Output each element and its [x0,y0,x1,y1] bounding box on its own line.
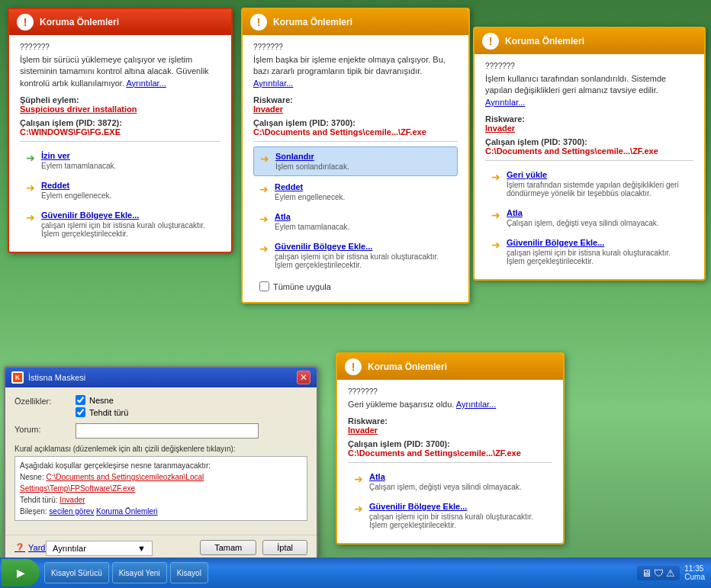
rule-bilesen-link[interactable]: secilen görev [49,507,94,516]
panel2-warning-icon: ! [250,14,267,31]
iptal-button[interactable]: İptal [262,540,307,555]
panel1-action-izin-desc: Eylem tamamlanacak. [41,162,116,170]
panel3-body: ??????? İşlem kullanıcı tarafından sonla… [475,54,704,279]
panel1-process-label: Çalışan işlem (PID: 3872): [20,118,220,127]
panel4-action-guvenilir-title[interactable]: Güvenilir Bölgeye Ekle... [369,502,546,511]
panel1-body: ??????? İşlem bir sürücü yüklemeye çalış… [9,35,231,252]
panel3-riskware-value[interactable]: Invader [485,124,693,133]
panel3-action-geri-title[interactable]: Geri yükle [507,170,687,179]
panel4-riskware-block: Riskware: Invader [348,416,552,435]
panel3-action-guvenilir-content: Güvenilir Bölgeye Ekle... çalışan işlemi… [507,238,687,265]
panel3-action-guvenilir[interactable]: ➜ Güvenilir Bölgeye Ekle... çalışan işle… [485,233,693,270]
taskbar-item-3-label: Kisayol [177,569,201,577]
panel2-details-link[interactable]: Ayrıntılar... [253,79,293,88]
panel1-action-guvenilir[interactable]: ➜ Güvenilir Bölgeye Ekle... çalışan işle… [20,206,220,243]
panel3-action-guvenilir-arrow: ➜ [491,239,500,251]
panel1-suspicious-label: Şüpheli eylem: [20,95,220,104]
panel4-process-value: C:\Documents and Settings\cemile...\ZF.e… [348,448,552,458]
panel1-action-reddet-title[interactable]: Reddet [41,181,111,190]
rule-nesne-link[interactable]: C:\Documents and Settings\cemileozkan\Lo… [20,473,204,493]
dialog-header-left: K İstisna Maskesi [11,371,85,384]
panel4-warning-icon: ! [345,358,362,375]
panel2-process-value: C:\Documents and Settings\cemile...\ZF.e… [253,127,458,137]
panel1-action-izin-content: İzin ver Eylem tamamlanacak. [41,151,116,170]
tray-icon-2: 🛡 [654,567,664,579]
panel1-action-reddet[interactable]: ➜ Reddet Eylem engellenecek. [20,176,220,204]
panel2-action-atla-title[interactable]: Atla [275,212,349,221]
panel2-action-reddet-title[interactable]: Reddet [275,182,345,191]
panel3-action-atla-title[interactable]: Atla [507,208,659,217]
panel2-checkbox-row[interactable]: Tümüne uygula [253,278,458,294]
panel4-action-atla-title[interactable]: Atla [369,472,522,481]
panel1-title: Koruma Önlemleri [40,17,119,27]
tehdit-turu-checkbox[interactable] [76,407,85,417]
panel2-action-atla[interactable]: ➜ Atla Eylem tamamlanacak. [253,207,458,236]
nesne-row[interactable]: Nesne [76,395,128,405]
panel4-action-guvenilir[interactable]: ➜ Güvenilir Bölgeye Ekle... çalışan işle… [348,497,552,534]
panel4-divider [348,462,552,463]
nesne-checkbox[interactable] [76,395,85,405]
panel1-suspicious-value[interactable]: Suspicious driver installation [20,104,220,114]
panel2-action-sonlandir-title[interactable]: Sonlandır [275,152,349,161]
panel4-details-link[interactable]: Ayrıntılar... [456,400,496,409]
panel3-details-link[interactable]: Ayrıntılar... [485,98,525,107]
panel3-action-geri-arrow: ➜ [491,171,500,183]
panel1-header: ! Koruma Önlemleri [9,9,231,35]
details-label: Ayrıntılar [53,544,86,553]
panel4-action-guvenilir-desc: çalışan işlemi için bir istisna kuralı o… [369,512,546,529]
taskbar-item-2[interactable]: Kisayol Yeni [112,562,167,583]
panel2-action-guvenilir[interactable]: ➜ Güvenilir Bölgeye Ekle... çalışan işle… [253,237,458,274]
panel2-riskware-value[interactable]: Invader [253,104,458,114]
panel1-action-reddet-content: Reddet Eylem engellenecek. [41,181,111,200]
panel1-process-block: Çalışan işlem (PID: 3872): C:\WINDOWS\FG… [20,118,220,137]
panel3-action-atla[interactable]: ➜ Atla Çalışan işlem, değişti veya silin… [485,204,693,232]
panel4-action-guvenilir-content: Güvenilir Bölgeye Ekle... çalışan işlemi… [369,502,546,529]
tray-icon-1: 🖥 [642,567,651,579]
panel3-process-value: C:\Documents and Settings\cemile...\ZF.e… [485,146,693,156]
panel1-suspicious-block: Şüpheli eylem: Suspicious driver install… [20,95,220,114]
panel2-action-guvenilir-title[interactable]: Güvenilir Bölgeye Ekle... [275,242,452,251]
protection-panel-2: ! Koruma Önlemleri ??????? İşlem başka b… [241,8,470,304]
protection-panel-4: ! Koruma Önlemleri ??????? Geri yükleme … [336,352,565,545]
taskbar-items: Kisayol Sürücü Kisayol Yeni Kisayol [44,562,637,583]
panel3-action-geri[interactable]: ➜ Geri yükle İşlem tarafından sistemde y… [485,165,693,202]
panel1-action-izin[interactable]: ➜ İzin ver Eylem tamamlanacak. [20,146,220,175]
details-dropdown[interactable]: Ayrıntılar ▼ [46,541,153,556]
dialog-close-button[interactable]: ✕ [297,371,310,384]
clock: 11:35 Cuma [684,564,705,581]
panel2-action-atla-content: Atla Eylem tamamlanacak. [275,212,349,231]
panel1-action-guvenilir-title[interactable]: Güvenilir Bölgeye Ekle... [41,210,214,220]
panel3-desc: İşlem kullanıcı tarafından sonlandırıldı… [485,73,693,108]
taskbar-item-2-label: Kisayol Yeni [119,569,160,577]
panel1-action-izin-title[interactable]: İzin ver [41,151,116,160]
tehdit-turu-row[interactable]: Tehdit türü [76,407,128,417]
panel1-details-link[interactable]: Ayrıntılar... [126,79,166,88]
taskbar-item-1[interactable]: Kisayol Sürücü [44,562,109,583]
panel4-title: Koruma Önlemleri [368,361,447,372]
panel2-action-sonlandir[interactable]: ➜ Sonlandır İşlem sonlandırılacak. [253,146,458,176]
panel4-action-atla[interactable]: ➜ Atla Çalışan işlem, değişti veya silin… [348,468,552,496]
panel3-action-guvenilir-title[interactable]: Güvenilir Bölgeye Ekle... [507,238,687,247]
taskbar-item-3[interactable]: Kisayol [170,562,208,583]
tray-icons: 🖥 🛡 ⚠ [637,566,680,580]
rule-koruma-link[interactable]: Koruma Önlemleri [96,507,158,516]
taskbar-item-1-label: Kisayol Sürücü [51,569,102,577]
rule-desc: Aşağıdaki koşullar gerçekleşirse nesne t… [14,456,307,521]
panel2-action-reddet-arrow: ➜ [259,183,269,195]
panel4-header: ! Koruma Önlemleri [337,354,563,380]
yorum-input[interactable] [76,423,259,439]
start-button[interactable]: ▶ [2,559,40,586]
panel2-tumune-checkbox[interactable] [259,281,269,291]
tamam-button[interactable]: Tamam [200,540,256,555]
details-bar: Ayrıntılar ▼ [46,541,153,556]
panel4-ques: ??????? [348,387,552,396]
panel3-ques: ??????? [485,62,693,70]
exception-dialog: K İstisna Maskesi ✕ Özellikler: Nesne Te… [4,366,318,561]
nesne-label: Nesne [89,396,114,405]
panel1-action-reddet-desc: Eylem engellenecek. [41,191,111,200]
panel2-action-reddet[interactable]: ➜ Reddet Eylem engellenecek. [253,178,458,206]
panel4-riskware-value[interactable]: Invader [348,426,552,435]
panel2-action-reddet-desc: Eylem engellenecek. [275,193,345,201]
rule-tehdit-link[interactable]: Invader [60,496,85,504]
panel2-action-atla-desc: Eylem tamamlanacak. [275,223,349,231]
